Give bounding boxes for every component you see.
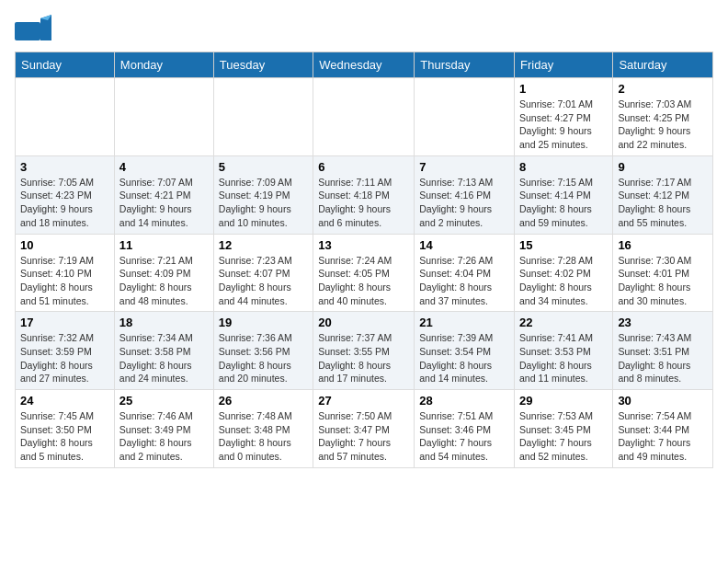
day-info: Sunrise: 7:54 AMSunset: 3:44 PMDaylight:…	[618, 409, 708, 464]
day-number: 28	[419, 394, 509, 408]
day-number: 6	[318, 160, 409, 174]
day-number: 7	[419, 160, 509, 174]
calendar-cell: 18Sunrise: 7:34 AMSunset: 3:58 PMDayligh…	[114, 312, 213, 390]
weekday-header: Thursday	[415, 52, 515, 78]
calendar-table: SundayMondayTuesdayWednesdayThursdayFrid…	[15, 52, 713, 468]
calendar-cell: 21Sunrise: 7:39 AMSunset: 3:54 PMDayligh…	[415, 312, 515, 390]
weekday-header: Monday	[114, 52, 213, 78]
day-number: 20	[318, 316, 409, 329]
day-info: Sunrise: 7:15 AMSunset: 4:14 PMDaylight:…	[519, 176, 608, 230]
calendar-cell: 6Sunrise: 7:11 AMSunset: 4:18 PMDaylight…	[313, 155, 415, 234]
calendar-cell: 16Sunrise: 7:30 AMSunset: 4:01 PMDayligh…	[613, 234, 713, 312]
day-info: Sunrise: 7:45 AMSunset: 3:50 PMDaylight:…	[20, 409, 109, 464]
calendar-cell	[313, 78, 415, 156]
weekday-header: Friday	[515, 52, 613, 78]
day-number: 30	[618, 394, 708, 408]
svg-rect-0	[15, 22, 40, 40]
calendar-week-row: 10Sunrise: 7:19 AMSunset: 4:10 PMDayligh…	[16, 234, 713, 312]
day-number: 26	[219, 394, 308, 408]
calendar-week-row: 24Sunrise: 7:45 AMSunset: 3:50 PMDayligh…	[16, 390, 713, 468]
day-number: 9	[618, 160, 708, 174]
day-number: 10	[20, 238, 109, 252]
calendar-cell: 24Sunrise: 7:45 AMSunset: 3:50 PMDayligh…	[16, 390, 115, 468]
calendar-cell: 7Sunrise: 7:13 AMSunset: 4:16 PMDaylight…	[415, 155, 515, 234]
calendar-cell: 10Sunrise: 7:19 AMSunset: 4:10 PMDayligh…	[16, 234, 115, 312]
calendar-cell: 11Sunrise: 7:21 AMSunset: 4:09 PMDayligh…	[114, 234, 213, 312]
day-info: Sunrise: 7:32 AMSunset: 3:59 PMDaylight:…	[20, 331, 109, 385]
day-number: 27	[318, 394, 409, 408]
weekday-header: Sunday	[16, 52, 115, 78]
day-number: 4	[119, 160, 209, 174]
calendar-cell: 12Sunrise: 7:23 AMSunset: 4:07 PMDayligh…	[213, 234, 313, 312]
calendar-cell	[114, 78, 213, 156]
calendar-week-row: 1Sunrise: 7:01 AMSunset: 4:27 PMDaylight…	[16, 78, 713, 156]
day-number: 11	[119, 238, 209, 252]
day-info: Sunrise: 7:26 AMSunset: 4:04 PMDaylight:…	[419, 254, 509, 308]
calendar-cell: 26Sunrise: 7:48 AMSunset: 3:48 PMDayligh…	[213, 390, 313, 468]
day-info: Sunrise: 7:41 AMSunset: 3:53 PMDaylight:…	[519, 331, 608, 385]
calendar-cell: 2Sunrise: 7:03 AMSunset: 4:25 PMDaylight…	[613, 78, 713, 156]
day-info: Sunrise: 7:01 AMSunset: 4:27 PMDaylight:…	[519, 98, 608, 152]
day-info: Sunrise: 7:07 AMSunset: 4:21 PMDaylight:…	[119, 176, 209, 230]
day-number: 21	[419, 316, 509, 329]
day-info: Sunrise: 7:43 AMSunset: 3:51 PMDaylight:…	[618, 331, 708, 385]
calendar-cell: 5Sunrise: 7:09 AMSunset: 4:19 PMDaylight…	[213, 155, 313, 234]
day-number: 13	[318, 238, 409, 252]
calendar-cell: 17Sunrise: 7:32 AMSunset: 3:59 PMDayligh…	[16, 312, 115, 390]
calendar-cell: 14Sunrise: 7:26 AMSunset: 4:04 PMDayligh…	[415, 234, 515, 312]
day-info: Sunrise: 7:03 AMSunset: 4:25 PMDaylight:…	[618, 98, 708, 152]
day-info: Sunrise: 7:19 AMSunset: 4:10 PMDaylight:…	[20, 254, 109, 308]
day-info: Sunrise: 7:39 AMSunset: 3:54 PMDaylight:…	[419, 331, 509, 385]
calendar-cell: 15Sunrise: 7:28 AMSunset: 4:02 PMDayligh…	[515, 234, 613, 312]
weekday-header: Saturday	[613, 52, 713, 78]
calendar-cell	[415, 78, 515, 156]
day-info: Sunrise: 7:30 AMSunset: 4:01 PMDaylight:…	[618, 254, 708, 308]
header	[15, 15, 713, 44]
day-info: Sunrise: 7:34 AMSunset: 3:58 PMDaylight:…	[119, 331, 209, 385]
weekday-header: Wednesday	[313, 52, 415, 78]
day-info: Sunrise: 7:48 AMSunset: 3:48 PMDaylight:…	[219, 409, 308, 464]
day-number: 22	[519, 316, 608, 329]
calendar-header-row: SundayMondayTuesdayWednesdayThursdayFrid…	[16, 52, 713, 78]
day-info: Sunrise: 7:28 AMSunset: 4:02 PMDaylight:…	[519, 254, 608, 308]
day-info: Sunrise: 7:17 AMSunset: 4:12 PMDaylight:…	[618, 176, 708, 230]
day-number: 2	[618, 82, 708, 96]
day-info: Sunrise: 7:23 AMSunset: 4:07 PMDaylight:…	[219, 254, 308, 308]
day-number: 5	[219, 160, 308, 174]
calendar-cell: 25Sunrise: 7:46 AMSunset: 3:49 PMDayligh…	[114, 390, 213, 468]
logo	[15, 15, 55, 44]
calendar-cell: 13Sunrise: 7:24 AMSunset: 4:05 PMDayligh…	[313, 234, 415, 312]
day-info: Sunrise: 7:37 AMSunset: 3:55 PMDaylight:…	[318, 331, 409, 385]
day-number: 8	[519, 160, 608, 174]
day-number: 23	[618, 316, 708, 329]
day-info: Sunrise: 7:11 AMSunset: 4:18 PMDaylight:…	[318, 176, 409, 230]
calendar-cell: 22Sunrise: 7:41 AMSunset: 3:53 PMDayligh…	[515, 312, 613, 390]
day-number: 14	[419, 238, 509, 252]
calendar-cell: 9Sunrise: 7:17 AMSunset: 4:12 PMDaylight…	[613, 155, 713, 234]
day-number: 3	[20, 160, 109, 174]
logo-icon	[15, 15, 51, 44]
day-number: 1	[519, 82, 608, 96]
day-info: Sunrise: 7:24 AMSunset: 4:05 PMDaylight:…	[318, 254, 409, 308]
day-info: Sunrise: 7:53 AMSunset: 3:45 PMDaylight:…	[519, 409, 608, 464]
calendar-cell: 27Sunrise: 7:50 AMSunset: 3:47 PMDayligh…	[313, 390, 415, 468]
calendar-cell	[213, 78, 313, 156]
weekday-header: Tuesday	[213, 52, 313, 78]
day-number: 24	[20, 394, 109, 408]
day-number: 19	[219, 316, 308, 329]
day-number: 18	[119, 316, 209, 329]
day-info: Sunrise: 7:46 AMSunset: 3:49 PMDaylight:…	[119, 409, 209, 464]
calendar-cell: 3Sunrise: 7:05 AMSunset: 4:23 PMDaylight…	[16, 155, 115, 234]
calendar-cell	[16, 78, 115, 156]
day-number: 17	[20, 316, 109, 329]
day-info: Sunrise: 7:50 AMSunset: 3:47 PMDaylight:…	[318, 409, 409, 464]
calendar-cell: 28Sunrise: 7:51 AMSunset: 3:46 PMDayligh…	[415, 390, 515, 468]
calendar-cell: 29Sunrise: 7:53 AMSunset: 3:45 PMDayligh…	[515, 390, 613, 468]
day-info: Sunrise: 7:51 AMSunset: 3:46 PMDaylight:…	[419, 409, 509, 464]
day-number: 15	[519, 238, 608, 252]
calendar-week-row: 17Sunrise: 7:32 AMSunset: 3:59 PMDayligh…	[16, 312, 713, 390]
calendar-cell: 30Sunrise: 7:54 AMSunset: 3:44 PMDayligh…	[613, 390, 713, 468]
calendar-cell: 20Sunrise: 7:37 AMSunset: 3:55 PMDayligh…	[313, 312, 415, 390]
day-info: Sunrise: 7:09 AMSunset: 4:19 PMDaylight:…	[219, 176, 308, 230]
calendar-week-row: 3Sunrise: 7:05 AMSunset: 4:23 PMDaylight…	[16, 155, 713, 234]
